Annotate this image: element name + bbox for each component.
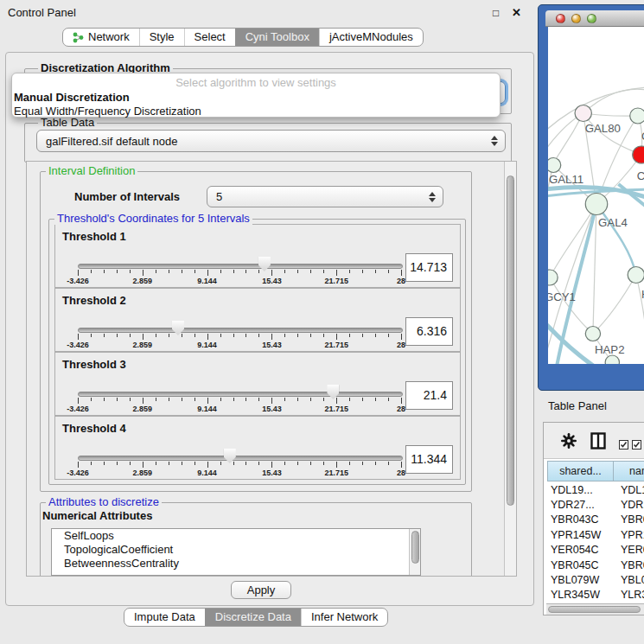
tab-jactivemnodules[interactable]: jActiveMNodules xyxy=(319,29,423,46)
checkbox-icon[interactable] xyxy=(632,437,641,453)
name-cell[interactable]: YDL19... xyxy=(614,484,644,496)
attributes-scrollbar-thumb[interactable] xyxy=(411,531,419,564)
threshold-slider-track[interactable] xyxy=(78,392,403,397)
table-hscrollbar[interactable] xyxy=(546,603,644,615)
threshold-row: Threshold 4-3.4262.8599.14415.4321.71528… xyxy=(54,416,461,480)
shared-name-cell[interactable]: YBR045C xyxy=(547,559,614,571)
settings-scrollbar-thumb[interactable] xyxy=(507,175,514,506)
settings-scrollbar[interactable] xyxy=(504,162,516,576)
network-node[interactable] xyxy=(548,270,558,285)
threshold-value-field[interactable]: 11.344 xyxy=(405,445,453,474)
slider-tick xyxy=(388,462,389,465)
name-cell[interactable]: YBL079W xyxy=(614,574,644,586)
slider-tick xyxy=(401,398,402,404)
slider-tick xyxy=(194,334,195,337)
gear-icon[interactable] xyxy=(561,433,577,452)
network-edge[interactable] xyxy=(593,275,636,334)
shared-name-cell[interactable]: YPR145W xyxy=(547,529,614,541)
network-window-titlebar[interactable] xyxy=(545,10,644,27)
threshold-slider-thumb[interactable] xyxy=(327,385,339,399)
network-edge[interactable] xyxy=(596,204,636,275)
table-row[interactable]: YER054CYER054C xyxy=(547,543,644,558)
table-data-combo[interactable]: galFiltered.sif default node xyxy=(36,130,506,152)
network-node[interactable] xyxy=(548,158,561,173)
threshold-slider-thumb[interactable] xyxy=(172,321,184,335)
minimize-traffic-light-icon[interactable] xyxy=(571,14,581,23)
name-cell[interactable]: YBR043C xyxy=(614,513,644,526)
tab-impute-data[interactable]: Impute Data xyxy=(124,609,205,626)
column-header-shared-name[interactable]: shared... xyxy=(547,461,614,481)
numerical-attributes-list[interactable]: SelfLoopsTopologicalCoefficientBetweenne… xyxy=(51,528,421,576)
tab-infer-network[interactable]: Infer Network xyxy=(301,609,387,626)
name-cell[interactable]: YLR345W xyxy=(614,589,644,601)
shared-name-cell[interactable]: YBR043C xyxy=(547,513,614,526)
tab-style[interactable]: Style xyxy=(139,29,184,46)
network-graph[interactable]: GAL80GACGAL11GAL4GCY1HHAP2 xyxy=(548,27,644,364)
slider-tick xyxy=(401,462,402,468)
table-row[interactable]: YLR345WYLR345W xyxy=(547,588,644,603)
table-row[interactable]: YBR045CYBR045C xyxy=(547,558,644,572)
table-row[interactable]: YBL079WYBL079W xyxy=(547,572,644,587)
top-tab-bar: NetworkStyleSelectCyni ToolboxjActiveMNo… xyxy=(62,28,424,47)
window-close-icon[interactable]: ✕ xyxy=(512,6,521,19)
network-node[interactable] xyxy=(575,105,591,122)
network-node[interactable] xyxy=(585,194,607,215)
table-row[interactable]: YPR145WYPR145W xyxy=(547,527,644,542)
slider-tick xyxy=(297,398,298,401)
slider-tick xyxy=(297,462,298,465)
threshold-slider-thumb[interactable] xyxy=(258,257,271,271)
dropdown-item-manual[interactable]: Manual Discretization xyxy=(14,91,500,104)
shared-name-cell[interactable]: YDR27... xyxy=(547,499,614,511)
table-row[interactable]: YBR043CYBR043C xyxy=(547,513,644,527)
slider-tick xyxy=(310,334,311,337)
tab-discretize-data[interactable]: Discretize Data xyxy=(205,609,301,626)
name-cell[interactable]: YER054C xyxy=(614,544,644,556)
network-node[interactable] xyxy=(628,267,644,284)
tab-network[interactable]: Network xyxy=(63,29,139,46)
tab-select[interactable]: Select xyxy=(184,29,235,46)
slider-tick xyxy=(388,334,389,337)
dropdown-item-equal-width[interactable]: Equal Width/Frequency Discretization xyxy=(14,105,500,118)
threshold-slider-track[interactable] xyxy=(78,456,403,461)
network-canvas[interactable]: GAL80GACGAL11GAL4GCY1HHAP2 xyxy=(548,27,644,364)
attribute-item[interactable]: SelfLoops xyxy=(52,529,420,543)
tab-cyni-toolbox[interactable]: Cyni Toolbox xyxy=(235,29,319,46)
threshold-slider-track[interactable] xyxy=(78,328,403,333)
slider-scale-label: 21.715 xyxy=(324,469,348,477)
table-row[interactable]: YDL19...YDL19... xyxy=(547,482,644,497)
checkbox-icon[interactable] xyxy=(619,437,628,453)
network-node[interactable] xyxy=(630,108,644,124)
network-node[interactable] xyxy=(633,146,644,163)
network-tree-icon xyxy=(73,32,84,43)
attributes-scrollbar[interactable] xyxy=(409,529,420,575)
number-of-intervals-combo[interactable]: 5 xyxy=(207,186,443,207)
close-traffic-light-icon[interactable] xyxy=(556,14,565,23)
network-node[interactable] xyxy=(585,327,600,341)
apply-button[interactable]: Apply xyxy=(231,581,291,599)
table-hscrollbar-thumb[interactable] xyxy=(548,606,641,613)
threshold-slider-track[interactable] xyxy=(78,264,403,269)
threshold-value-field[interactable]: 6.316 xyxy=(405,317,453,346)
shared-name-cell[interactable]: YER054C xyxy=(547,544,614,556)
window-float-icon[interactable]: □ xyxy=(493,7,499,19)
name-cell[interactable]: YBR045C xyxy=(614,559,644,571)
table-panel-title: Table Panel xyxy=(548,399,607,412)
table-row[interactable]: YDR27...YDR27... xyxy=(547,497,644,512)
column-header-name[interactable]: name xyxy=(613,461,644,481)
threshold-value-field[interactable]: 14.713 xyxy=(405,253,453,282)
shared-name-cell[interactable]: YBL079W xyxy=(547,574,614,586)
threshold-slider-thumb[interactable] xyxy=(224,449,236,463)
shared-name-cell[interactable]: YDL19... xyxy=(547,484,614,496)
network-node[interactable] xyxy=(605,355,619,364)
slider-tick xyxy=(258,270,259,273)
name-cell[interactable]: YDR27... xyxy=(614,499,644,511)
name-cell[interactable]: YPR145W xyxy=(614,529,644,541)
threshold-value-field[interactable]: 21.4 xyxy=(405,381,453,410)
zoom-traffic-light-icon[interactable] xyxy=(587,14,596,23)
attribute-item[interactable]: TopologicalCoefficient xyxy=(52,543,420,557)
attribute-item[interactable]: BetweennessCentrality xyxy=(52,557,420,571)
shared-name-cell[interactable]: YLR345W xyxy=(547,589,614,601)
split-column-icon[interactable] xyxy=(590,432,606,453)
slider-tick xyxy=(169,270,169,273)
network-edge[interactable] xyxy=(548,113,583,161)
